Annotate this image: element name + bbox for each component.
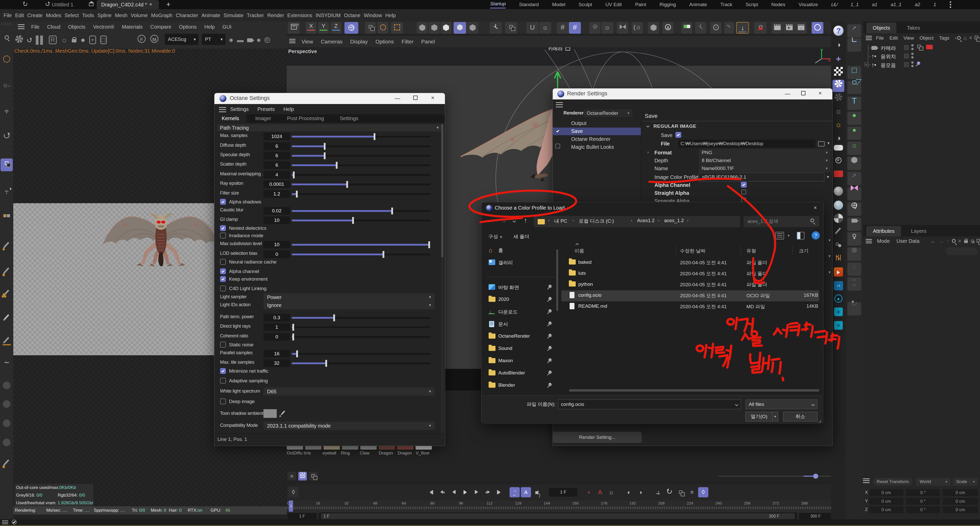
svg-text:X: X [828, 58, 831, 63]
svg-text:카메라: 카메라 [548, 47, 563, 51]
svg-text:Y: Y [820, 48, 823, 53]
